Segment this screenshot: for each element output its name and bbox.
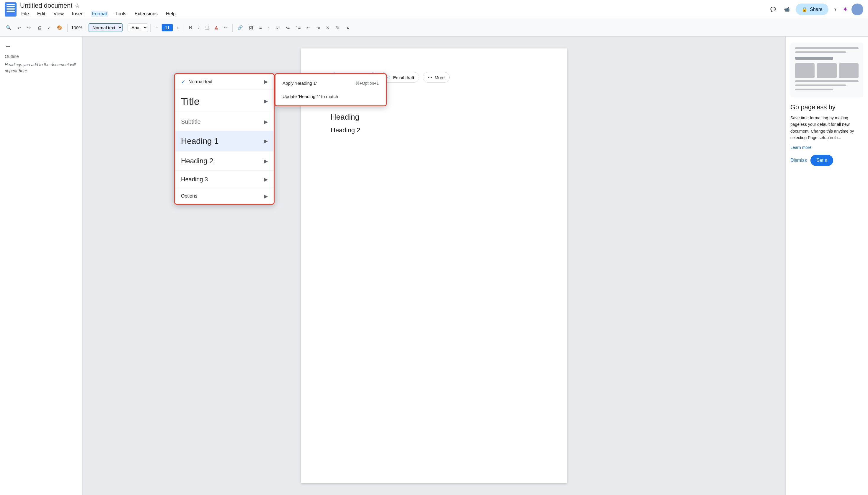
apply-heading1-item[interactable]: Apply 'Heading 1' ⌘+Option+1 [276, 76, 386, 90]
format-item-h1[interactable]: Heading 1 ▶ [175, 131, 274, 152]
star-icon[interactable]: ☆ [75, 2, 80, 9]
preview-line-1 [795, 47, 858, 49]
line-spacing-button[interactable]: ↕ [265, 23, 273, 32]
font-size[interactable]: 11 [161, 23, 173, 32]
font-size-increase[interactable]: + [174, 23, 181, 32]
text-style-select[interactable]: Normal text Title Heading 1 Heading 2 He… [89, 23, 123, 32]
h1-arrow: ▶ [264, 138, 268, 144]
align-button[interactable]: ≡ [257, 23, 264, 32]
menu-format[interactable]: Format [91, 11, 108, 17]
menu-help[interactable]: Help [165, 11, 177, 17]
zoom-level[interactable]: 100% [71, 25, 82, 30]
normal-text-check: ✓ [181, 79, 186, 85]
sidebar-title: Outline [5, 54, 77, 59]
title-label: Title [181, 96, 199, 106]
editing-mode-button[interactable]: ✎ [333, 23, 342, 32]
preview-line-5 [795, 84, 846, 86]
apply-heading1-label: Apply 'Heading 1' [282, 81, 317, 86]
normal-text-label: Normal text [188, 79, 212, 84]
avatar[interactable] [851, 3, 863, 15]
options-label: Options [181, 193, 197, 199]
menu-file[interactable]: File [20, 11, 30, 17]
format-item-h2[interactable]: Heading 2 ▶ [175, 152, 274, 171]
subtitle-arrow: ▶ [264, 119, 268, 125]
highlight-button[interactable]: ✏ [222, 23, 230, 32]
divider-6 [232, 23, 233, 32]
video-call-icon[interactable]: 📹 [782, 5, 792, 14]
panel-preview [791, 42, 863, 98]
share-dropdown-icon[interactable]: ▾ [832, 5, 839, 14]
options-arrow: ▶ [264, 193, 268, 199]
normal-text-arrow: ▶ [264, 79, 268, 84]
toolbar-collapse[interactable]: ▲ [343, 23, 352, 32]
bold-button[interactable]: B [187, 23, 195, 32]
numbered-list-button[interactable]: 1≡ [293, 23, 303, 32]
preview-line-3 [795, 57, 833, 59]
divider-4 [150, 23, 151, 32]
format-item-normal[interactable]: ✓ Normal text ▶ [175, 74, 274, 89]
underline-button[interactable]: U [203, 23, 211, 32]
paint-format-icon[interactable]: 🎨 [55, 23, 65, 32]
gemini-icon[interactable]: ✦ [843, 6, 848, 13]
h2-arrow: ▶ [264, 158, 268, 164]
divider-1 [67, 23, 68, 32]
heading1-submenu: Apply 'Heading 1' ⌘+Option+1 Update 'Hea… [275, 73, 387, 106]
undo-icon[interactable]: ↩ [15, 23, 23, 32]
update-heading1-label: Update 'Heading 1' to match [282, 94, 338, 99]
insert-image-button[interactable]: 🖼 [246, 23, 256, 32]
spellcheck-icon[interactable]: ✓ [45, 23, 53, 32]
toolbar: 🔍 ↩ ↪ 🖨 ✓ 🎨 100% Normal text Title Headi… [0, 19, 868, 37]
document-title-row: Untitled document ☆ [20, 2, 768, 10]
indent-increase[interactable]: ⇥ [314, 23, 323, 32]
menu-extensions[interactable]: Extensions [134, 11, 159, 17]
right-panel: Go pageless by Save time formatting by m… [785, 37, 868, 495]
update-heading1-item[interactable]: Update 'Heading 1' to match [276, 90, 386, 103]
preview-line-4 [795, 80, 858, 82]
sidebar-hint: Headings you add to the document will ap… [5, 62, 77, 74]
more-templates-button[interactable]: ⋯ More [423, 72, 450, 83]
dismiss-button[interactable]: Dismiss [791, 155, 807, 166]
comment-icon[interactable]: 💬 [768, 5, 778, 14]
h3-label: Heading 3 [181, 176, 208, 183]
doc-heading-text: Heading [331, 113, 537, 122]
set-button[interactable]: Set a [811, 155, 833, 166]
menu-insert[interactable]: Insert [71, 11, 85, 17]
title-bar: Untitled document ☆ File Edit View Inser… [0, 0, 868, 19]
preview-image-1 [795, 63, 815, 78]
link-button[interactable]: 🔗 [235, 23, 245, 32]
indent-decrease[interactable]: ⇤ [304, 23, 313, 32]
italic-button[interactable]: I [196, 23, 202, 32]
share-button[interactable]: 🔒 Share [796, 3, 829, 15]
preview-line-6 [795, 89, 833, 90]
email-draft-label: Email draft [393, 75, 414, 80]
share-lock-icon: 🔒 [802, 6, 808, 12]
share-label: Share [810, 7, 822, 12]
document-page[interactable]: 📄 Meeting notes ✉️ Email draft ⋯ More No… [301, 48, 567, 483]
checklist-button[interactable]: ☑ [273, 23, 282, 32]
menu-edit[interactable]: Edit [36, 11, 47, 17]
clear-formatting[interactable]: ✕ [324, 23, 332, 32]
menu-tools[interactable]: Tools [114, 11, 127, 17]
format-item-options[interactable]: Options ▶ [175, 188, 274, 204]
learn-more-link[interactable]: Learn more [791, 145, 812, 150]
menu-view[interactable]: View [52, 11, 65, 17]
preview-line-2 [795, 51, 846, 53]
redo-icon[interactable]: ↪ [25, 23, 33, 32]
sidebar-back-icon[interactable]: ← [5, 42, 77, 50]
more-label: More [435, 75, 445, 80]
sidebar: ← Outline Headings you add to the docume… [0, 37, 83, 495]
divider-2 [86, 23, 86, 32]
font-size-decrease[interactable]: − [153, 23, 160, 32]
font-select[interactable]: Arial [127, 23, 148, 32]
print-icon[interactable]: 🖨 [35, 23, 44, 32]
format-item-subtitle[interactable]: Subtitle ▶ [175, 113, 274, 131]
divider-3 [125, 23, 125, 32]
title-bar-right: 💬 📹 🔒 Share ▾ ✦ [768, 3, 863, 15]
search-icon[interactable]: 🔍 [3, 23, 14, 32]
bullet-list-button[interactable]: •≡ [283, 23, 292, 32]
format-item-title[interactable]: Title ▶ [175, 89, 274, 113]
text-color-button[interactable]: A [212, 23, 220, 32]
document-title[interactable]: Untitled document [20, 2, 72, 10]
format-item-h3[interactable]: Heading 3 ▶ [175, 171, 274, 188]
more-icon: ⋯ [428, 75, 432, 80]
